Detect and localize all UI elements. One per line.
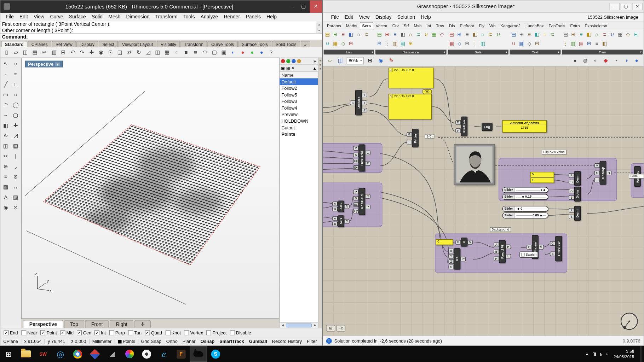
osnap-toggle[interactable]: Quad <box>145 330 162 335</box>
component-domain-2[interactable]: AB Dom <box>569 187 581 202</box>
component-tab[interactable]: Wb <box>487 22 498 29</box>
minimize-button[interactable]: — <box>609 3 620 10</box>
number-slider[interactable]: Slider 1 ◆ <box>502 187 548 193</box>
rhino-taskbar-icon[interactable] <box>190 346 207 362</box>
preview-wire-icon[interactable]: ◍ <box>581 57 590 65</box>
zoom-defaults-icon[interactable]: ⊞ <box>366 57 375 65</box>
ribbon-icon[interactable]: ∪ <box>495 30 502 39</box>
component-tab[interactable]: Exoskeleton <box>582 22 610 29</box>
range-panel-1[interactable]: 022.0 To 122.0 <box>389 68 434 88</box>
command-prompt[interactable]: Command: <box>0 34 322 40</box>
pan-icon[interactable]: ✚ <box>87 48 96 57</box>
minimize-button[interactable]: — <box>285 0 298 13</box>
osnap-toggle[interactable]: End <box>4 330 18 335</box>
menu-item[interactable]: Solution <box>394 13 418 21</box>
boolean-icon[interactable]: ⊗ <box>11 171 21 182</box>
current-layer-field[interactable]: Points <box>115 339 139 344</box>
layer-row[interactable]: Preview <box>280 111 318 118</box>
tray-expand-icon[interactable]: ▲ <box>585 352 589 356</box>
new-file-icon[interactable]: ▯ <box>2 48 11 57</box>
hide-icon[interactable]: ◌ <box>172 48 181 57</box>
open-file-icon[interactable]: ▱ <box>11 48 21 57</box>
curve-icon[interactable]: ◠ <box>200 48 209 57</box>
ribbon-icon[interactable]: ◧ <box>347 30 355 39</box>
ribbon-icon[interactable]: ◧ <box>601 39 609 48</box>
menu-item[interactable]: File <box>3 13 17 21</box>
ribbon-icon[interactable]: ◧ <box>533 30 541 39</box>
status-toggle[interactable]: Grid Snap <box>138 339 163 344</box>
component-hexgrid[interactable]: PSExEy HexGrid CP <box>353 145 370 172</box>
component-tab[interactable]: Crv <box>390 22 401 29</box>
preview-selected-icon[interactable]: ◆ <box>601 57 610 65</box>
line-icon[interactable]: ╱ <box>1 79 11 89</box>
toolbar-tab[interactable]: » <box>300 41 310 47</box>
menu-item[interactable]: Analyze <box>198 13 221 21</box>
status-toggle[interactable]: SmartTrack <box>217 339 246 344</box>
preview-eye-icon[interactable]: ◉ <box>376 57 385 65</box>
ribbon-icon[interactable]: ▦ <box>332 39 339 48</box>
status-toggle[interactable]: Ortho <box>164 339 180 344</box>
component-multiply[interactable]: F × V <box>455 238 473 247</box>
layer-row[interactable]: Follow3 <box>280 98 318 105</box>
viewport-tab[interactable]: Right <box>110 320 133 328</box>
display-mode-icon[interactable]: ◐ <box>229 48 238 57</box>
component-tab[interactable]: FabTools <box>546 22 568 29</box>
close-button[interactable]: ✕ <box>632 3 643 10</box>
checkbox[interactable] <box>184 330 189 335</box>
checkbox[interactable] <box>60 330 65 335</box>
menu-item[interactable]: Edit <box>342 13 356 21</box>
ribbon-icon[interactable]: ≡ <box>391 30 399 39</box>
menu-item[interactable]: Panels <box>243 13 264 21</box>
toolbar-tab[interactable]: Viewport Layout <box>118 41 156 47</box>
toolbar-tab[interactable]: Curve Tools <box>208 41 238 47</box>
help-panel-icon[interactable] <box>297 59 301 63</box>
ribbon-icon[interactable]: ∩ <box>541 30 549 39</box>
component-tab[interactable]: Elefront <box>458 22 477 29</box>
design-app-icon[interactable] <box>86 346 104 362</box>
ribbon-icon[interactable]: ▤ <box>448 30 455 39</box>
ribbon-icon[interactable]: ∪ <box>609 30 616 39</box>
foxit-icon[interactable]: F <box>172 346 190 362</box>
perspective-viewport[interactable]: Perspective▼ <box>22 58 280 319</box>
gumball-icon[interactable]: ◉ <box>1 202 11 212</box>
recgrid-group[interactable] <box>323 183 382 227</box>
surface-icon[interactable]: ▢ <box>210 48 219 57</box>
component-filter[interactable]: GL Filter <box>407 129 419 147</box>
toolbar-tab[interactable]: Visibility <box>157 41 180 47</box>
ribbon-icon[interactable]: ⊞ <box>407 39 415 48</box>
ribbon-group-label[interactable]: Text <box>510 49 560 54</box>
new-sublayer-icon[interactable]: ▦ <box>286 66 290 70</box>
arc-icon[interactable]: ◠ <box>1 100 11 110</box>
checkbox[interactable] <box>109 330 114 335</box>
status-toggle[interactable]: Gumball <box>247 339 270 344</box>
hatch-icon[interactable]: ▨ <box>11 192 21 202</box>
ribbon-icon[interactable]: ▤ <box>577 39 585 48</box>
lasso-icon[interactable]: ○ <box>11 59 21 69</box>
component-tab[interactable]: Dis <box>447 22 458 29</box>
units-field[interactable]: Millimeter <box>90 339 115 344</box>
rotate-icon[interactable]: ↻ <box>1 130 11 141</box>
layer-row[interactable]: HOLDDOWN <box>280 118 318 124</box>
undo-icon[interactable]: ↶ <box>68 48 77 57</box>
freeform-icon[interactable]: ~ <box>1 110 11 120</box>
ribbon-icon[interactable]: ≡ <box>463 30 471 39</box>
file-explorer-icon[interactable] <box>17 346 35 362</box>
partial-slider-label[interactable]: Slide <box>629 174 644 179</box>
osnap-toggle[interactable]: Cen <box>77 330 91 335</box>
solidworks-icon[interactable]: SW <box>34 346 52 362</box>
preview-shaded-icon[interactable]: ◐ <box>591 57 600 65</box>
osnap-toggle[interactable]: Tan <box>128 330 142 335</box>
osnap-toggle[interactable]: Project <box>206 330 226 335</box>
viewport-tab[interactable]: ✛ <box>134 320 151 328</box>
move-icon[interactable]: ⇄ <box>125 48 134 57</box>
ribbon-icon[interactable]: ▤ <box>324 30 332 39</box>
ribbon-icon[interactable]: ≡ <box>577 30 585 39</box>
render-blue-icon[interactable]: ● <box>257 48 266 57</box>
ribbon-icon[interactable]: ▤ <box>399 39 407 48</box>
grasshopper-titlebar[interactable]: Grasshopper - 150522 Silkscreen image* —… <box>323 0 644 13</box>
number-slider[interactable]: Slider ◆ 0 <box>502 206 548 212</box>
paste-icon[interactable]: ⊟ <box>59 48 68 57</box>
ribbon-icon[interactable]: ∪ <box>510 39 518 48</box>
menu-item[interactable]: Solid <box>89 13 105 21</box>
ribbon-icon[interactable]: ⊂ <box>487 30 495 39</box>
